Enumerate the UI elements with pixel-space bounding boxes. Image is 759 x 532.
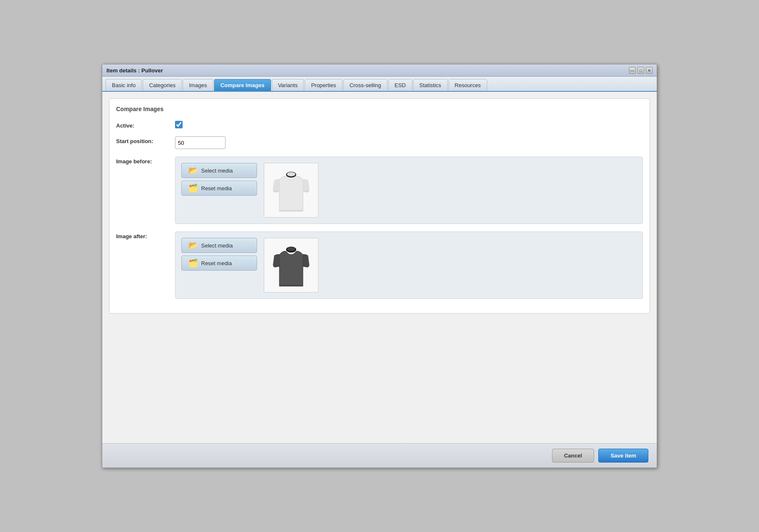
tab-cross-selling[interactable]: Cross-selling	[343, 79, 387, 91]
image-after-control: 📂 Select media 🗂️ Reset media	[175, 231, 643, 299]
select-media-after-icon: 📂	[188, 241, 198, 250]
svg-point-1	[287, 172, 295, 176]
tab-esd[interactable]: ESD	[388, 79, 412, 91]
select-media-before-button[interactable]: 📂 Select media	[181, 163, 257, 178]
tab-basic-info[interactable]: Basic info	[106, 79, 142, 91]
close-button[interactable]: ✕	[646, 67, 653, 74]
tab-variants[interactable]: Variants	[272, 79, 304, 91]
start-position-control: ▲ ▼	[175, 136, 643, 149]
image-after-svg	[270, 242, 312, 288]
footer: Cancel Save item	[102, 443, 657, 468]
maximize-button[interactable]: □	[637, 67, 644, 74]
tab-compare-images[interactable]: Compare Images	[214, 79, 271, 91]
reset-media-after-label: Reset media	[201, 260, 232, 266]
select-media-after-button[interactable]: 📂 Select media	[181, 238, 257, 253]
tab-bar: Basic info Categories Images Compare Ima…	[102, 77, 657, 92]
cancel-button[interactable]: Cancel	[552, 449, 594, 463]
tab-properties[interactable]: Properties	[305, 79, 342, 91]
minimize-button[interactable]: —	[629, 67, 636, 74]
image-before-row: Image before: 📂 Select media 🗂️	[116, 157, 643, 224]
select-media-before-label: Select media	[201, 168, 233, 174]
image-after-row: Image after: 📂 Select media 🗂️	[116, 231, 643, 299]
image-before-buttons: 📂 Select media 🗂️ Reset media	[181, 163, 257, 196]
reset-media-before-icon: 🗂️	[188, 184, 198, 193]
start-position-row: Start position: ▲ ▼	[116, 136, 643, 149]
select-media-before-icon: 📂	[188, 166, 198, 175]
window-title: Item details : Pullover	[106, 67, 163, 74]
reset-media-after-icon: 🗂️	[188, 258, 198, 268]
image-before-svg	[270, 167, 312, 213]
start-position-input[interactable]	[175, 138, 226, 148]
content-area: Compare Images Active: Start position: ▲…	[102, 92, 657, 443]
reset-media-before-label: Reset media	[201, 185, 232, 192]
image-before-media-area: 📂 Select media 🗂️ Reset media	[181, 163, 637, 218]
image-after-group: 📂 Select media 🗂️ Reset media	[175, 231, 643, 299]
image-before-label: Image before:	[116, 157, 175, 165]
title-bar: Item details : Pullover — □ ✕	[102, 64, 657, 77]
active-label: Active:	[116, 121, 175, 129]
main-window: Item details : Pullover — □ ✕ Basic info…	[102, 64, 657, 468]
reset-media-after-button[interactable]: 🗂️ Reset media	[181, 255, 257, 271]
image-after-preview	[264, 238, 318, 293]
tab-resources[interactable]: Resources	[448, 79, 487, 91]
tab-categories[interactable]: Categories	[143, 79, 182, 91]
image-before-group: 📂 Select media 🗂️ Reset media	[175, 157, 643, 224]
window-controls: — □ ✕	[629, 67, 653, 74]
active-checkbox[interactable]	[175, 121, 183, 128]
image-after-buttons: 📂 Select media 🗂️ Reset media	[181, 238, 257, 271]
image-before-preview	[264, 163, 318, 218]
section-title: Compare Images	[116, 106, 643, 114]
image-after-label: Image after:	[116, 231, 175, 239]
select-media-after-label: Select media	[201, 242, 233, 249]
image-after-media-area: 📂 Select media 🗂️ Reset media	[181, 238, 637, 293]
tab-statistics[interactable]: Statistics	[413, 79, 448, 91]
section-compare-images: Compare Images Active: Start position: ▲…	[109, 98, 650, 314]
svg-point-3	[287, 247, 295, 251]
save-item-button[interactable]: Save item	[598, 449, 648, 463]
start-position-label: Start position:	[116, 136, 175, 144]
active-row: Active:	[116, 121, 643, 129]
tab-images[interactable]: Images	[183, 79, 213, 91]
image-before-control: 📂 Select media 🗂️ Reset media	[175, 157, 643, 224]
start-position-spinner: ▲ ▼	[175, 136, 226, 149]
reset-media-before-button[interactable]: 🗂️ Reset media	[181, 181, 257, 196]
active-checkbox-wrapper	[175, 121, 643, 128]
